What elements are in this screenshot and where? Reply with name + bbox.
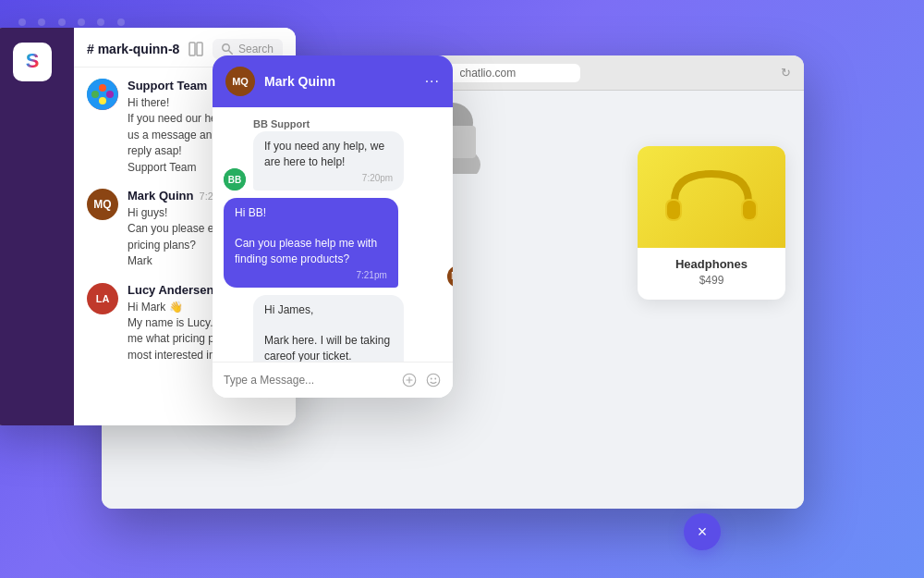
svg-line-12 <box>228 51 232 55</box>
chat-message-received: BB Hi James,Mark here. I will be taking … <box>224 295 442 362</box>
chat-bubble-text: Hi BB!Can you please help me with findin… <box>235 205 387 267</box>
layout-icon[interactable] <box>188 42 203 56</box>
emoji-icon[interactable] <box>425 372 442 388</box>
chat-sender-name: BB Support <box>253 118 442 129</box>
attachment-icon[interactable] <box>401 372 418 388</box>
svg-point-25 <box>434 378 436 380</box>
chat-header-name: Mark Quinn <box>264 74 416 89</box>
chat-bubble: BB Support If you need any help, we are … <box>253 118 442 191</box>
refresh-button[interactable]: ↻ <box>781 66 791 80</box>
chat-bubble-text: If you need any help, we are here to hel… <box>264 139 393 170</box>
svg-text:BB: BB <box>228 175 241 185</box>
product-price: $499 <box>650 274 772 287</box>
svg-rect-10 <box>197 43 202 55</box>
message-sender: Lucy Andersen <box>128 283 213 297</box>
chat-bubble-time: 7:21pm <box>235 270 387 280</box>
product-image <box>638 146 785 248</box>
slack-sidebar: S <box>0 28 74 425</box>
svg-point-15 <box>99 84 106 92</box>
chat-widget-header: MQ Mark Quinn ··· <box>213 55 453 107</box>
sidebar-nav <box>18 107 47 156</box>
chat-sender-avatar: BB <box>224 168 246 191</box>
chat-bubble: Hi James,Mark here. I will be taking car… <box>253 295 442 362</box>
svg-rect-5 <box>667 201 680 219</box>
avatar: LA <box>87 283 118 314</box>
headphones-icon <box>656 160 767 234</box>
product-card: Headphones $499 <box>638 146 785 300</box>
chat-input-icons <box>401 372 442 388</box>
chat-message-sent: Hi BB!Can you please help me with findin… <box>224 198 442 288</box>
product-info: Headphones $499 <box>638 248 785 287</box>
product-name: Headphones <box>650 257 772 271</box>
message-sender: Mark Quinn <box>128 189 194 203</box>
svg-point-16 <box>106 91 114 98</box>
svg-point-17 <box>99 97 106 105</box>
chat-bubble-sent-wrapper: Hi BB!Can you please help me with findin… <box>224 198 442 288</box>
chat-bubble-sent: Hi BB!Can you please help me with findin… <box>224 198 398 288</box>
chat-message-input[interactable] <box>224 374 394 387</box>
svg-point-14 <box>91 91 99 98</box>
sender-avatar-sent: MQ <box>447 265 453 288</box>
close-button[interactable]: × <box>684 513 721 550</box>
svg-rect-9 <box>189 43 195 55</box>
chat-messages: BB BB Support If you need any help, we a… <box>213 107 453 362</box>
close-icon: × <box>698 523 708 542</box>
chat-message-received: BB BB Support If you need any help, we a… <box>224 118 442 191</box>
chat-bubble-time: 7:20pm <box>264 173 393 183</box>
svg-rect-6 <box>743 201 756 219</box>
chat-input-area <box>213 362 453 398</box>
svg-point-24 <box>431 378 432 380</box>
slack-logo: S <box>13 43 52 81</box>
chat-widget: MQ Mark Quinn ··· BB BB Support If you n… <box>213 55 453 398</box>
chat-bubble-received: Hi James,Mark here. I will be taking car… <box>253 295 404 362</box>
avatar <box>87 79 118 110</box>
avatar: MQ <box>87 189 118 220</box>
chat-header-avatar: MQ <box>225 67 255 96</box>
search-placeholder: Search <box>238 43 274 55</box>
message-sender: Support Team <box>128 79 207 92</box>
chat-bubble-received: If you need any help, we are here to hel… <box>253 131 404 191</box>
chat-bubble-text: Hi James,Mark here. I will be taking car… <box>264 302 393 362</box>
svg-point-23 <box>427 374 440 387</box>
chat-header-menu-icon[interactable]: ··· <box>425 73 440 90</box>
search-icon <box>222 43 233 55</box>
channel-name: # mark-quinn-8 <box>87 42 179 56</box>
svg-text:S: S <box>26 49 40 72</box>
